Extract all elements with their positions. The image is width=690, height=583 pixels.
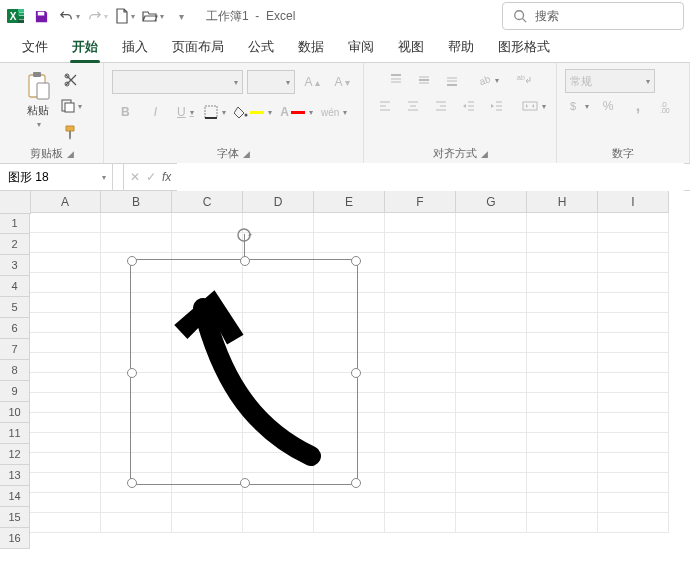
cell-F13[interactable] bbox=[385, 453, 456, 473]
cell-F10[interactable] bbox=[385, 393, 456, 413]
cell-I14[interactable] bbox=[598, 473, 669, 493]
decrease-indent-button[interactable] bbox=[456, 95, 482, 117]
cell-F5[interactable] bbox=[385, 293, 456, 313]
formula-input[interactable] bbox=[177, 163, 684, 191]
row-header-1[interactable]: 1 bbox=[0, 213, 30, 234]
cell-B1[interactable] bbox=[101, 213, 172, 233]
cell-E2[interactable] bbox=[314, 233, 385, 253]
align-middle-button[interactable] bbox=[411, 69, 437, 91]
phonetic-button[interactable]: wén▾ bbox=[319, 101, 349, 123]
cell-H4[interactable] bbox=[527, 273, 598, 293]
cell-D16[interactable] bbox=[243, 513, 314, 533]
cell-F7[interactable] bbox=[385, 333, 456, 353]
tab-file[interactable]: 文件 bbox=[10, 32, 60, 62]
cell-G12[interactable] bbox=[456, 433, 527, 453]
row-header-10[interactable]: 10 bbox=[0, 402, 30, 423]
tab-insert[interactable]: 插入 bbox=[110, 32, 160, 62]
name-box-dropdown[interactable]: ▾ bbox=[102, 173, 106, 182]
cell-B16[interactable] bbox=[101, 513, 172, 533]
increase-font-button[interactable]: A▴ bbox=[299, 71, 325, 93]
cell-D2[interactable] bbox=[243, 233, 314, 253]
accounting-format-button[interactable]: $▾ bbox=[565, 95, 591, 117]
number-format-combo[interactable]: 常规▾ bbox=[565, 69, 655, 93]
paste-button[interactable]: 粘贴 ▾ bbox=[21, 67, 55, 143]
cell-H3[interactable] bbox=[527, 253, 598, 273]
font-size-combo[interactable]: ▾ bbox=[247, 70, 295, 94]
cell-A13[interactable] bbox=[30, 453, 101, 473]
cell-H2[interactable] bbox=[527, 233, 598, 253]
cell-G7[interactable] bbox=[456, 333, 527, 353]
cell-G9[interactable] bbox=[456, 373, 527, 393]
cell-A15[interactable] bbox=[30, 493, 101, 513]
cell-I1[interactable] bbox=[598, 213, 669, 233]
cell-A10[interactable] bbox=[30, 393, 101, 413]
tab-view[interactable]: 视图 bbox=[386, 32, 436, 62]
cell-H15[interactable] bbox=[527, 493, 598, 513]
cell-E16[interactable] bbox=[314, 513, 385, 533]
clipboard-dialog-launcher[interactable]: ◢ bbox=[67, 149, 74, 159]
increase-decimal-button[interactable]: .0.00 bbox=[655, 95, 681, 117]
cell-C2[interactable] bbox=[172, 233, 243, 253]
border-button[interactable]: ▾ bbox=[202, 101, 228, 123]
cell-G3[interactable] bbox=[456, 253, 527, 273]
select-all-corner[interactable] bbox=[0, 191, 31, 214]
increase-indent-button[interactable] bbox=[484, 95, 510, 117]
align-right-button[interactable] bbox=[428, 95, 454, 117]
font-name-combo[interactable]: ▾ bbox=[112, 70, 243, 94]
redo-button[interactable]: ▾ bbox=[84, 3, 110, 29]
underline-button[interactable]: U▾ bbox=[172, 101, 198, 123]
cell-A8[interactable] bbox=[30, 353, 101, 373]
cell-A3[interactable] bbox=[30, 253, 101, 273]
cell-H11[interactable] bbox=[527, 413, 598, 433]
column-header-D[interactable]: D bbox=[243, 191, 314, 213]
cell-F9[interactable] bbox=[385, 373, 456, 393]
font-dialog-launcher[interactable]: ◢ bbox=[243, 149, 250, 159]
cell-F15[interactable] bbox=[385, 493, 456, 513]
comma-button[interactable]: , bbox=[625, 95, 651, 117]
cell-F12[interactable] bbox=[385, 433, 456, 453]
cell-H5[interactable] bbox=[527, 293, 598, 313]
cell-D15[interactable] bbox=[243, 493, 314, 513]
cell-H14[interactable] bbox=[527, 473, 598, 493]
tab-home[interactable]: 开始 bbox=[60, 32, 110, 62]
selected-shape[interactable] bbox=[130, 259, 358, 485]
column-header-C[interactable]: C bbox=[172, 191, 243, 213]
cell-I8[interactable] bbox=[598, 353, 669, 373]
cell-I6[interactable] bbox=[598, 313, 669, 333]
name-box[interactable]: ▾ bbox=[0, 164, 113, 190]
cell-G5[interactable] bbox=[456, 293, 527, 313]
cell-G11[interactable] bbox=[456, 413, 527, 433]
tab-page-layout[interactable]: 页面布局 bbox=[160, 32, 236, 62]
cell-H9[interactable] bbox=[527, 373, 598, 393]
tab-review[interactable]: 审阅 bbox=[336, 32, 386, 62]
cell-C1[interactable] bbox=[172, 213, 243, 233]
font-color-button[interactable]: A▾ bbox=[278, 101, 315, 123]
cell-I10[interactable] bbox=[598, 393, 669, 413]
decrease-font-button[interactable]: A▾ bbox=[329, 71, 355, 93]
row-header-11[interactable]: 11 bbox=[0, 423, 30, 444]
cell-F1[interactable] bbox=[385, 213, 456, 233]
cell-A16[interactable] bbox=[30, 513, 101, 533]
column-header-A[interactable]: A bbox=[30, 191, 101, 213]
cell-G15[interactable] bbox=[456, 493, 527, 513]
fill-color-button[interactable]: ▾ bbox=[232, 101, 274, 123]
fx-button[interactable]: fx bbox=[162, 170, 171, 184]
row-header-8[interactable]: 8 bbox=[0, 360, 30, 381]
worksheet-grid[interactable]: ABCDEFGHI 12345678910111213141516 bbox=[0, 191, 690, 583]
cell-H13[interactable] bbox=[527, 453, 598, 473]
cell-I11[interactable] bbox=[598, 413, 669, 433]
row-header-6[interactable]: 6 bbox=[0, 318, 30, 339]
cell-F8[interactable] bbox=[385, 353, 456, 373]
curved-arrow-shape[interactable] bbox=[131, 260, 357, 484]
cell-I16[interactable] bbox=[598, 513, 669, 533]
cell-H7[interactable] bbox=[527, 333, 598, 353]
row-header-2[interactable]: 2 bbox=[0, 234, 30, 255]
cell-G14[interactable] bbox=[456, 473, 527, 493]
row-header-12[interactable]: 12 bbox=[0, 444, 30, 465]
align-bottom-button[interactable] bbox=[439, 69, 465, 91]
bold-button[interactable]: B bbox=[112, 101, 138, 123]
cell-H10[interactable] bbox=[527, 393, 598, 413]
cell-E1[interactable] bbox=[314, 213, 385, 233]
row-header-13[interactable]: 13 bbox=[0, 465, 30, 486]
tab-data[interactable]: 数据 bbox=[286, 32, 336, 62]
